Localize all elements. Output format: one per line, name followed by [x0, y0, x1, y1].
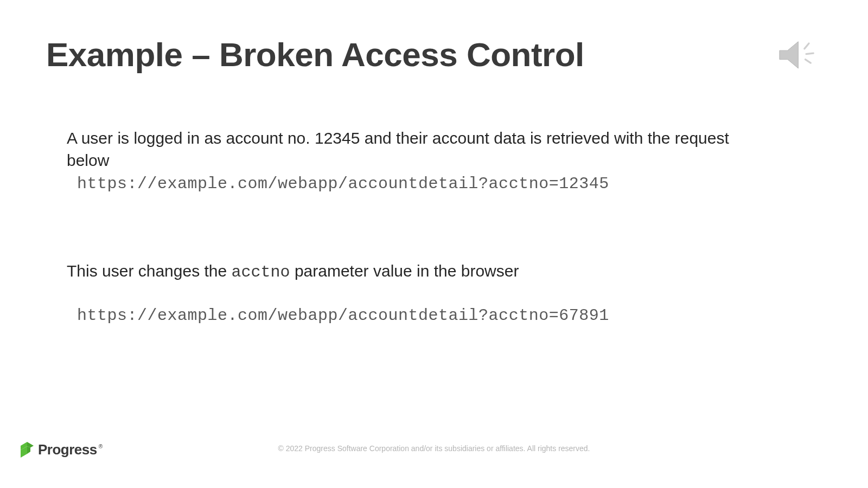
param-name-code: acctno — [232, 263, 290, 281]
url-example-2: https://example.com/webapp/accountdetail… — [77, 306, 609, 325]
progress-logo: Progress ® — [21, 441, 103, 458]
registered-mark: ® — [99, 444, 103, 450]
change-paragraph: This user changes the acctno parameter v… — [67, 260, 750, 284]
svg-line-2 — [806, 53, 813, 54]
svg-marker-0 — [780, 42, 798, 68]
change-paragraph-prefix: This user changes the — [67, 262, 232, 280]
change-paragraph-suffix: parameter value in the browser — [290, 262, 519, 280]
slide-title: Example – Broken Access Control — [46, 35, 584, 74]
intro-paragraph: A user is logged in as account no. 12345… — [67, 127, 750, 171]
progress-logo-icon — [21, 442, 35, 458]
url-example-1: https://example.com/webapp/accountdetail… — [77, 175, 609, 193]
svg-line-1 — [805, 43, 809, 49]
svg-line-3 — [805, 60, 810, 63]
progress-logo-text: Progress — [38, 441, 97, 458]
copyright-footer: © 2022 Progress Software Corporation and… — [0, 444, 868, 453]
slide-container: Example – Broken Access Control A user i… — [0, 0, 868, 488]
speaker-icon — [777, 34, 821, 78]
